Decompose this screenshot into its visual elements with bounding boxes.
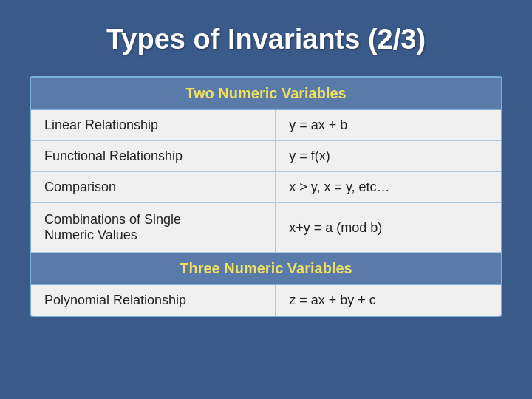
section-header-label-three: Three Numeric Variables [31,253,501,285]
section-header-label-two: Two Numeric Variables [31,78,501,110]
table-row: Combinations of SingleNumeric Values x+y… [31,203,501,253]
row-label-comparison: Comparison [31,172,276,203]
section-header-three-numeric: Three Numeric Variables [31,253,501,285]
row-label-polynomial: Polynomial Relationship [31,285,276,316]
section-header-two-numeric: Two Numeric Variables [31,78,501,110]
row-value-linear: y = ax + b [276,110,501,141]
row-value-combinations: x+y = a (mod b) [276,203,501,253]
row-value-comparison: x > y, x = y, etc… [276,172,501,203]
row-label-combinations: Combinations of SingleNumeric Values [31,203,276,253]
table-row: Comparison x > y, x = y, etc… [31,172,501,203]
table-row: Polynomial Relationship z = ax + by + c [31,285,501,316]
table-row: Linear Relationship y = ax + b [31,110,501,141]
row-value-polynomial: z = ax + by + c [276,285,501,316]
table-row: Functional Relationship y = f(x) [31,141,501,172]
row-label-functional: Functional Relationship [31,141,276,172]
invariants-table: Two Numeric Variables Linear Relationshi… [30,76,502,317]
row-label-linear: Linear Relationship [31,110,276,141]
page-title: Types of Invariants (2/3) [106,24,426,55]
row-value-functional: y = f(x) [276,141,501,172]
